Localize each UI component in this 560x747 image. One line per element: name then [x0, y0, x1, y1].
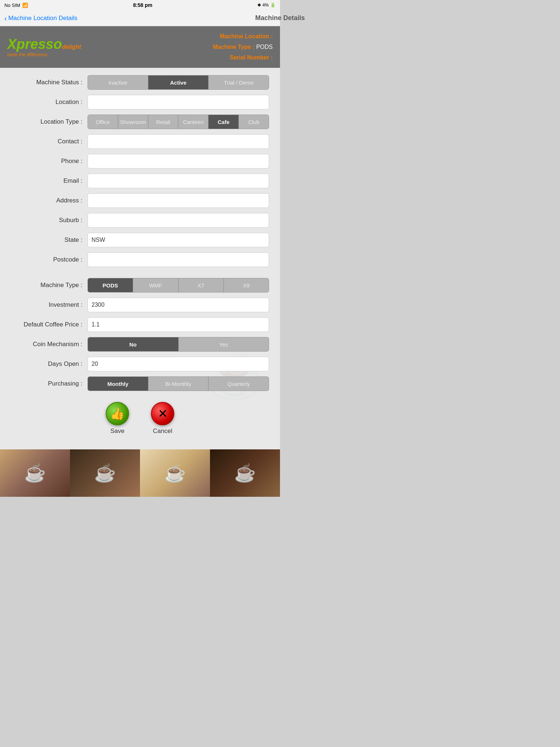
seg-x7[interactable]: X7: [179, 278, 224, 292]
address-label: Address :: [11, 197, 88, 204]
suburb-row: Suburb :: [11, 213, 269, 228]
coffee-image-1: ☕: [0, 449, 70, 497]
postcode-control: [88, 252, 269, 267]
action-row: 👍 Save ✕ Cancel: [11, 402, 269, 435]
state-input[interactable]: [88, 233, 269, 247]
seg-showroom[interactable]: Showroom: [118, 115, 148, 129]
investment-row: Investment :: [11, 298, 269, 312]
coin-mechanism-control: No Yes: [88, 337, 269, 352]
state-control: [88, 233, 269, 247]
suburb-input[interactable]: [88, 213, 269, 228]
seg-club[interactable]: Club: [239, 115, 269, 129]
machine-info: Machine Location : Machine Type : PODS S…: [213, 31, 273, 63]
coffee-art-2: ☕: [70, 449, 140, 497]
email-input[interactable]: [88, 174, 269, 188]
coffee-price-control: [88, 317, 269, 332]
location-control: [88, 95, 269, 109]
battery-label: 4%: [262, 3, 269, 8]
phone-control: [88, 154, 269, 169]
machine-status-control: Inactive Active Trial / Demo: [88, 75, 269, 90]
battery-icon: 🔋: [270, 3, 276, 8]
status-bar: No SIM 📶 8:58 pm ✱ 4% 🔋: [0, 0, 280, 10]
postcode-input[interactable]: [88, 252, 269, 267]
contact-row: Contact :: [11, 134, 269, 149]
coin-mechanism-row: Coin Mechanism : No Yes: [11, 337, 269, 352]
machine-type-value: PODS: [256, 44, 273, 50]
investment-label: Investment :: [11, 301, 88, 309]
postcode-row: Postcode :: [11, 252, 269, 267]
seg-coin-yes[interactable]: Yes: [179, 337, 269, 351]
days-open-input[interactable]: [88, 357, 269, 371]
cancel-button[interactable]: ✕: [151, 402, 174, 425]
days-open-row: Days Open :: [11, 357, 269, 371]
coffee-image-2: ☕: [70, 449, 140, 497]
machine-type-form-control: PODS WMF X7 X9: [88, 278, 269, 293]
email-control: [88, 174, 269, 188]
contact-label: Contact :: [11, 138, 88, 145]
chevron-left-icon: ‹: [4, 15, 7, 22]
address-row: Address :: [11, 193, 269, 208]
seg-pods[interactable]: PODS: [88, 278, 133, 292]
purchasing-row: Purchasing : Monthly Bi-Monthly Quarterl…: [11, 376, 269, 391]
contact-control: [88, 134, 269, 149]
cancel-button-wrap[interactable]: ✕ Cancel: [151, 402, 174, 435]
location-type-row: Location Type : Office Showroom Retail C…: [11, 115, 269, 129]
location-row: Location :: [11, 95, 269, 109]
coffee-art-1: ☕: [0, 449, 70, 497]
seg-x9[interactable]: X9: [224, 278, 269, 292]
coffee-art-4: ☕: [210, 449, 280, 497]
save-button[interactable]: 👍: [106, 402, 129, 425]
seg-monthly[interactable]: Monthly: [88, 377, 148, 391]
state-label: State :: [11, 236, 88, 244]
seg-wmf[interactable]: WMF: [133, 278, 178, 292]
address-input[interactable]: [88, 193, 269, 208]
machine-status-segmented[interactable]: Inactive Active Trial / Demo: [88, 75, 269, 90]
logo-xpresso: Xpresso: [7, 36, 62, 52]
investment-input[interactable]: [88, 298, 269, 312]
header-banner: Xpressodelight taste the difference Mach…: [0, 26, 280, 68]
seg-cafe[interactable]: Cafe: [209, 115, 239, 129]
seg-active[interactable]: Active: [148, 76, 209, 89]
machine-status-row: Machine Status : Inactive Active Trial /…: [11, 75, 269, 90]
seg-coin-no[interactable]: No: [88, 337, 179, 351]
cancel-label: Cancel: [153, 427, 172, 435]
back-button[interactable]: ‹ Machine Location Details: [4, 15, 78, 22]
machine-type-label: Machine Type :: [213, 44, 254, 50]
logo: Xpressodelight: [7, 37, 213, 51]
location-type-segmented[interactable]: Office Showroom Retail Canteen Cafe Club: [88, 115, 269, 129]
days-open-label: Days Open :: [11, 360, 88, 368]
postcode-label: Postcode :: [11, 256, 88, 263]
seg-bi-monthly[interactable]: Bi-Monthly: [148, 377, 209, 391]
location-label: Location :: [11, 98, 88, 106]
seg-inactive[interactable]: Inactive: [88, 76, 148, 89]
purchasing-segmented[interactable]: Monthly Bi-Monthly Quarterly: [88, 376, 269, 391]
nav-title: Machine Details: [255, 14, 280, 22]
days-open-control: [88, 357, 269, 371]
thumbs-up-icon: 👍: [110, 407, 125, 421]
purchasing-control: Monthly Bi-Monthly Quarterly: [88, 376, 269, 391]
location-type-control: Office Showroom Retail Canteen Cafe Club: [88, 115, 269, 129]
coffee-price-input[interactable]: [88, 317, 269, 332]
phone-input[interactable]: [88, 154, 269, 169]
phone-row: Phone :: [11, 154, 269, 169]
seg-canteen[interactable]: Canteen: [178, 115, 209, 129]
location-type-label: Location Type :: [11, 118, 88, 125]
coin-mechanism-segmented[interactable]: No Yes: [88, 337, 269, 352]
seg-office[interactable]: Office: [88, 115, 118, 129]
location-input[interactable]: [88, 95, 269, 109]
contact-input[interactable]: [88, 134, 269, 149]
seg-retail[interactable]: Retail: [148, 115, 179, 129]
save-button-wrap[interactable]: 👍 Save: [106, 402, 129, 435]
coffee-image-4: ☕: [210, 449, 280, 497]
machine-type-segmented[interactable]: PODS WMF X7 X9: [88, 278, 269, 293]
purchasing-label: Purchasing :: [11, 380, 88, 387]
machine-type-row: Machine Type : PODS: [213, 42, 273, 53]
phone-label: Phone :: [11, 158, 88, 165]
seg-quarterly[interactable]: Quarterly: [209, 377, 269, 391]
seg-trial-demo[interactable]: Trial / Demo: [209, 76, 269, 89]
main-content: ☕ Machine Status : Inactive Active Trial…: [0, 68, 280, 449]
serial-number-row: Serial Number :: [213, 53, 273, 63]
state-row: State :: [11, 233, 269, 247]
cancel-icon: ✕: [158, 407, 168, 421]
coffee-price-row: Default Coffee Price :: [11, 317, 269, 332]
